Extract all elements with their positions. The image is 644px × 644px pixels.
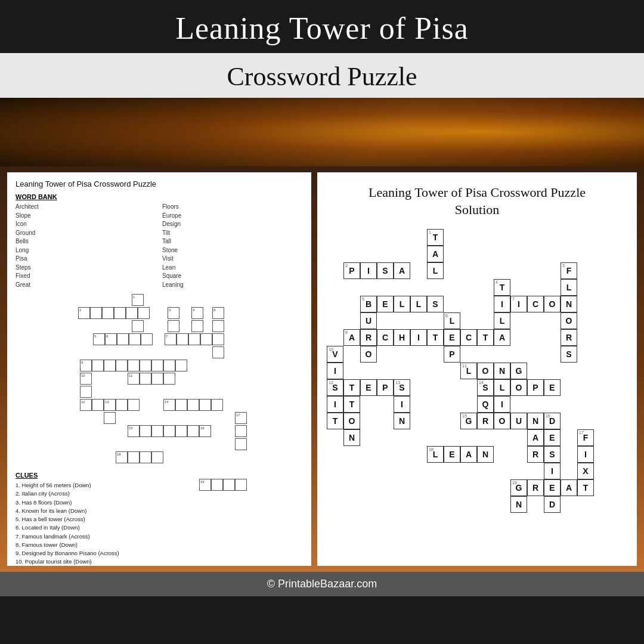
grid-cell: 4 (191, 307, 203, 319)
subtitle: Crossword Puzzle (0, 61, 644, 92)
sol-cell: U (510, 413, 527, 429)
grid-cell (129, 333, 141, 345)
grid-cell (175, 399, 187, 411)
sol-cell: H (394, 329, 410, 346)
sol-cell: E (444, 329, 460, 346)
header-sub: Crossword Puzzle (0, 53, 644, 98)
sol-cell: I (394, 396, 410, 413)
sol-cell: E (444, 446, 460, 463)
grid-cell: 17 (235, 412, 247, 424)
sol-cell: A (561, 479, 577, 496)
sol-cell: N (527, 413, 544, 429)
sol-cell: P (377, 379, 394, 396)
sol-cell: O (544, 296, 561, 312)
grid-cell (211, 479, 223, 491)
sol-cell: A (494, 329, 510, 346)
grid-cell (128, 360, 140, 371)
sol-cell: I (494, 396, 510, 413)
grid-cell (187, 399, 199, 411)
sol-cell: 1T (427, 229, 444, 246)
grid-cell (128, 399, 140, 411)
grid-cell (92, 399, 104, 411)
sol-cell: G (510, 363, 527, 379)
sol-cell: E (544, 479, 561, 496)
sol-cell: I (410, 329, 427, 346)
sol-cell: E (544, 379, 561, 396)
sol-cell: I (577, 446, 594, 463)
sol-cell: O (494, 413, 510, 429)
sol-cell: T (427, 329, 444, 346)
grid-cell (235, 438, 247, 450)
sol-cell: S (561, 346, 577, 363)
sol-cell: I (327, 396, 343, 413)
sol-cell: 14S (477, 379, 494, 396)
grid-cell (200, 333, 212, 345)
grid-cell: 6 (105, 333, 117, 345)
main-title: Leaning Tower of Pisa (0, 11, 644, 46)
sol-cell: 7I (510, 296, 527, 312)
grid-cell: 9 (80, 360, 92, 371)
word-bank-title: WORD BANK (16, 193, 303, 200)
grid-cell (140, 451, 151, 463)
grid-cell (116, 360, 128, 371)
solution-title: Leaning Tower of Pisa Crossword Puzzle S… (327, 184, 627, 218)
sol-cell: O (360, 346, 377, 363)
sol-cell: L (494, 379, 510, 396)
grid-cell (80, 386, 92, 398)
sol-cell: E (360, 379, 377, 396)
grid-cell: 8 (212, 307, 224, 319)
sol-cell: U (360, 312, 377, 329)
grid-cell (191, 320, 203, 332)
sol-cell: C (460, 329, 477, 346)
sol-cell: 4T (494, 279, 510, 296)
sol-cell: 11L (460, 363, 477, 379)
grid-cell (140, 360, 151, 371)
sol-cell: L (394, 296, 410, 312)
sol-cell: O (561, 312, 577, 329)
grid-cell: 1 (132, 294, 144, 306)
sol-cell: L (561, 279, 577, 296)
grid-cell: 14 (163, 399, 175, 411)
grid-cell (104, 412, 116, 424)
sol-cell: R (561, 329, 577, 346)
grid-cell (211, 399, 223, 411)
clues-list: 1. Height of 56 meters (Down) 2. Italian… (16, 481, 303, 566)
sol-cell: N (494, 363, 510, 379)
main-content: Leaning Tower of Pisa Crossword Puzzle W… (0, 166, 644, 572)
sol-cell: L (410, 296, 427, 312)
sol-cell: A (527, 429, 544, 446)
left-panel-title: Leaning Tower of Pisa Crossword Puzzle (16, 179, 303, 188)
grid-cell: 5 (93, 333, 105, 345)
sol-cell: X (577, 463, 594, 479)
sol-cell: 12S (327, 379, 343, 396)
sol-cell: P (527, 379, 544, 396)
sol-cell: R (527, 479, 544, 496)
grid-cell (212, 333, 224, 345)
grid-cell (114, 307, 126, 319)
footer-text: © PrintableBazaar.com (267, 578, 377, 590)
grid-cell (168, 320, 179, 332)
grid-cell (187, 425, 199, 437)
sol-cell: L (427, 262, 444, 279)
grid-cell (138, 307, 150, 319)
sol-cell: E (544, 429, 561, 446)
grid-cell (163, 425, 175, 437)
sol-cell: A (427, 246, 444, 262)
grid-cell (140, 425, 151, 437)
sol-cell: T (477, 329, 494, 346)
header-top: Leaning Tower of Pisa (0, 0, 644, 53)
sol-cell: N (477, 446, 494, 463)
sol-cell: O (477, 363, 494, 379)
right-panel: Leaning Tower of Pisa Crossword Puzzle S… (317, 172, 637, 566)
sol-cell: R (477, 413, 494, 429)
grid-cell: 19 (199, 479, 211, 491)
sol-cell: 13S (394, 379, 410, 396)
sol-cell: N (561, 296, 577, 312)
blank-crossword-grid: 1 2 3 4 5 6 7 (16, 294, 303, 467)
sol-cell: T (327, 413, 343, 429)
sol-cell: 19G (510, 479, 527, 496)
grid-cell: 11 (128, 373, 140, 385)
sol-cell: 3F (561, 262, 577, 279)
sol-cell: I (360, 262, 377, 279)
grid-cell: 2 (78, 307, 90, 319)
